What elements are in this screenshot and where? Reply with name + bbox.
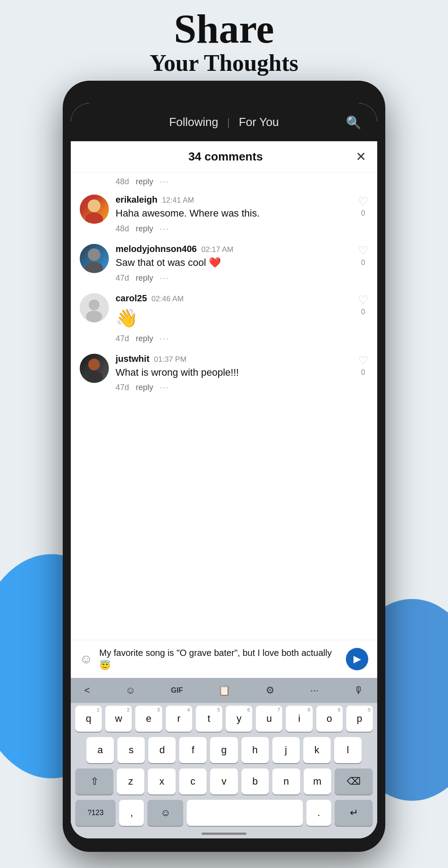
- home-indicator: [71, 829, 377, 838]
- key-m[interactable]: m: [304, 768, 331, 794]
- emoji-picker-icon[interactable]: ☺: [80, 652, 93, 666]
- key-a[interactable]: a: [86, 737, 114, 763]
- send-button[interactable]: ▶: [346, 648, 368, 670]
- key-w[interactable]: 2w: [105, 706, 132, 732]
- comment-text: What is wrong with people!!!: [116, 366, 351, 380]
- key-i[interactable]: 8i: [286, 706, 312, 732]
- key-n[interactable]: n: [272, 768, 300, 794]
- heart-icon[interactable]: ♡: [358, 244, 368, 258]
- close-button[interactable]: ✕: [356, 149, 366, 164]
- key-b[interactable]: b: [241, 768, 269, 794]
- key-q[interactable]: 1q: [75, 706, 102, 732]
- more-tool-button[interactable]: ···: [306, 682, 323, 699]
- comment-actions: 47d reply ···: [116, 273, 351, 283]
- nav-tabs: Following | For You: [169, 115, 279, 129]
- heart-icon[interactable]: ♡: [358, 293, 368, 307]
- mic-tool-button[interactable]: 🎙: [349, 682, 368, 699]
- comment-header-line: justwhit 01:37 PM: [116, 354, 351, 364]
- clipboard-tool-button[interactable]: 📋: [214, 682, 235, 699]
- gif-tool-button[interactable]: GIF: [167, 684, 188, 697]
- key-p[interactable]: 0p: [346, 706, 373, 732]
- like-container: ♡ 0: [358, 354, 368, 377]
- emoji-tool-button[interactable]: ☺: [121, 682, 140, 699]
- keyboard-toolbar: < ☺ GIF 📋 ⚙ ··· 🎙: [71, 678, 377, 703]
- comment-age: 48d: [116, 224, 129, 234]
- key-d[interactable]: d: [148, 737, 176, 763]
- comment-header-line: carol25 02:46 AM: [116, 293, 351, 304]
- numbers-key[interactable]: ?123: [75, 800, 116, 826]
- comment-actions: 48d reply ···: [116, 224, 351, 234]
- comment-text: Haha awesome. Where was this.: [116, 207, 351, 221]
- search-icon[interactable]: 🔍: [346, 115, 362, 130]
- comment-text: 👋: [116, 305, 351, 330]
- tab-for-you[interactable]: For You: [239, 115, 279, 129]
- shift-key[interactable]: ⇧: [75, 768, 113, 794]
- space-key[interactable]: [187, 800, 303, 826]
- heart-icon[interactable]: ♡: [358, 195, 368, 208]
- comments-section: 34 comments ✕ 48d reply ···: [71, 141, 377, 838]
- svg-point-1: [85, 213, 103, 224]
- prior-reply-button[interactable]: reply: [136, 177, 153, 187]
- prior-more-button[interactable]: ···: [160, 177, 169, 187]
- reply-button[interactable]: reply: [136, 224, 153, 234]
- reply-button[interactable]: reply: [136, 334, 153, 343]
- key-l[interactable]: l: [334, 737, 362, 763]
- avatar: [80, 293, 109, 322]
- comment-body: melodyjohnson406 02:17 AM Saw that ot wa…: [116, 244, 351, 283]
- comment-username: carol25: [116, 293, 147, 304]
- comment-item: carol25 02:46 AM 👋 47d reply ··· ♡ 0: [78, 285, 370, 346]
- input-bar: ☺ My favorite song is "O grave bater", b…: [71, 640, 377, 678]
- key-o[interactable]: 9o: [316, 706, 343, 732]
- more-button[interactable]: ···: [160, 224, 169, 234]
- phone-frame: Following | For You 🔍 34 comments ✕ 48d …: [63, 81, 385, 852]
- key-k[interactable]: k: [303, 737, 331, 763]
- key-v[interactable]: v: [210, 768, 237, 794]
- key-e[interactable]: 3e: [135, 706, 162, 732]
- svg-point-2: [88, 200, 100, 212]
- comment-time: 12:41 AM: [162, 196, 194, 205]
- key-j[interactable]: j: [272, 737, 300, 763]
- key-x[interactable]: x: [148, 768, 175, 794]
- key-y[interactable]: 6y: [226, 706, 252, 732]
- home-bar: [202, 833, 246, 835]
- key-t[interactable]: 5t: [196, 706, 222, 732]
- period-key[interactable]: .: [306, 800, 331, 826]
- comment-username: erikaleigh: [116, 195, 157, 205]
- more-button[interactable]: ···: [160, 273, 169, 283]
- prior-age: 48d: [116, 177, 129, 187]
- settings-tool-button[interactable]: ⚙: [261, 682, 279, 699]
- like-container: ♡ 0: [358, 244, 368, 267]
- back-button[interactable]: <: [80, 682, 95, 699]
- delete-key[interactable]: ⌫: [335, 768, 373, 794]
- return-key[interactable]: ↵: [335, 800, 373, 826]
- more-button[interactable]: ···: [160, 334, 169, 343]
- like-container: ♡ 0: [358, 195, 368, 217]
- comment-input[interactable]: My favorite song is "O grave bater", but…: [99, 647, 339, 672]
- comment-username: justwhit: [116, 354, 150, 364]
- nav-divider: |: [227, 117, 230, 128]
- avatar: [80, 354, 109, 383]
- svg-point-8: [88, 359, 100, 370]
- tab-following[interactable]: Following: [169, 115, 218, 129]
- key-z[interactable]: z: [117, 768, 144, 794]
- keyboard-row-2: a s d f g h j k l: [71, 734, 377, 766]
- key-g[interactable]: g: [210, 737, 237, 763]
- key-c[interactable]: c: [179, 768, 207, 794]
- like-count: 0: [361, 209, 365, 217]
- svg-point-9: [86, 371, 103, 383]
- reply-button[interactable]: reply: [136, 383, 153, 392]
- key-h[interactable]: h: [241, 737, 269, 763]
- comment-body: justwhit 01:37 PM What is wrong with peo…: [116, 354, 351, 393]
- key-s[interactable]: s: [117, 737, 145, 763]
- comments-header: 34 comments ✕: [71, 141, 377, 173]
- comma-key[interactable]: ,: [119, 800, 144, 826]
- key-r[interactable]: 4r: [166, 706, 192, 732]
- emoji-key[interactable]: ☺: [147, 800, 183, 826]
- like-count: 0: [361, 259, 365, 267]
- more-button[interactable]: ···: [160, 383, 169, 392]
- like-count: 0: [361, 308, 365, 316]
- key-f[interactable]: f: [179, 737, 207, 763]
- heart-icon[interactable]: ♡: [358, 354, 368, 368]
- key-u[interactable]: 7u: [256, 706, 282, 732]
- reply-button[interactable]: reply: [136, 273, 153, 283]
